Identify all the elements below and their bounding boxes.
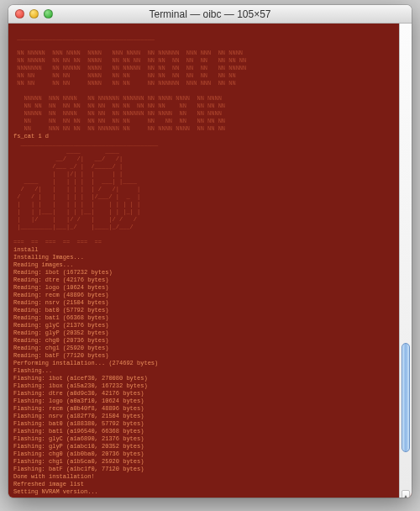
done-line: Done with installation! (13, 473, 95, 480)
window-title: Terminal — oibc — 105×57 (8, 8, 412, 20)
minimize-icon[interactable] (29, 9, 39, 18)
zoom-icon[interactable] (44, 9, 53, 18)
banner: _______________________________________ … (13, 34, 246, 132)
titlebar[interactable]: Terminal — oibc — 105×57 (8, 5, 412, 24)
refreshed-line: Refreshed image list (13, 481, 84, 487)
fs-cat-line: fs_cat 1 d (13, 133, 49, 140)
terminal-viewport[interactable]: _______________________________________ … (8, 24, 399, 498)
vertical-scrollbar[interactable]: ▴ ▾ (399, 24, 412, 498)
flashing-hdr-line: Flashing... (13, 367, 52, 374)
installing-line: Installing Images... (13, 254, 84, 261)
scrollbar-thumb[interactable] (402, 343, 410, 452)
scroll-up-icon[interactable]: ▴ (402, 490, 410, 498)
reading-block: Reading: ibot (167232 bytes) Reading: dt… (13, 269, 113, 359)
reading-images-line: Reading images... (13, 261, 73, 268)
performing-line: Performing installation... (274692 bytes… (13, 360, 158, 366)
ascii-logo: _______________________________________ … (13, 140, 158, 245)
terminal-window: Terminal — oibc — 105×57 _______________… (8, 5, 412, 498)
nvram-line: Setting NVRAM version... (13, 488, 98, 495)
cursor: _ (13, 496, 17, 498)
traffic-lights (15, 9, 53, 18)
install-line: install (13, 246, 38, 253)
close-icon[interactable] (15, 9, 24, 18)
flashing-block: Flashing: ibot (a1cef30, 270080 bytes) F… (13, 375, 148, 472)
terminal-body: _______________________________________ … (8, 24, 412, 498)
